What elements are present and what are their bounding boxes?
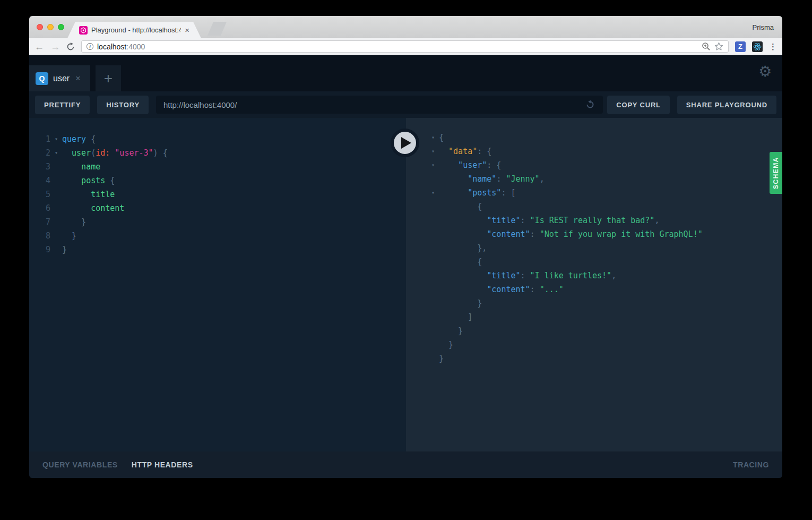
- code-text: "content": "Not if you wrap it with Grap…: [439, 227, 703, 241]
- fold-gutter: [427, 324, 439, 338]
- code-line: ▾{: [406, 131, 782, 144]
- fold-gutter: [427, 172, 439, 186]
- zoom-icon[interactable]: [702, 42, 711, 51]
- code-text: }: [439, 296, 482, 310]
- fold-arrow-icon[interactable]: ▾: [50, 132, 62, 146]
- code-line: {: [406, 255, 782, 269]
- fold-gutter: [427, 241, 439, 255]
- fold-arrow-icon[interactable]: ▾: [50, 146, 62, 160]
- http-headers-tab[interactable]: HTTP HEADERS: [132, 461, 193, 469]
- site-info-icon[interactable]: i: [87, 43, 93, 50]
- browser-tab[interactable]: Playground - http://localhost:4 ×: [67, 22, 201, 38]
- code-text: {: [439, 255, 482, 269]
- code-line: },: [406, 241, 782, 255]
- tracing-tab[interactable]: TRACING: [733, 461, 769, 469]
- code-line: }: [406, 352, 782, 365]
- fold-gutter: [427, 338, 439, 352]
- fold-arrow-icon[interactable]: ▾: [427, 144, 439, 158]
- code-line: 7 }: [29, 215, 406, 229]
- maximize-window-button[interactable]: [58, 24, 64, 30]
- url-port: :4000: [126, 42, 145, 51]
- fold-gutter: [427, 269, 439, 283]
- session-tab-user[interactable]: Q user ×: [29, 65, 90, 91]
- prettify-button[interactable]: PRETTIFY: [35, 96, 90, 114]
- code-text: user(id: "user-3") {: [62, 146, 168, 160]
- fold-gutter: [50, 243, 62, 257]
- browser-profile-name[interactable]: Prisma: [753, 16, 774, 38]
- code-text: "content": "...": [439, 283, 564, 296]
- browser-titlebar: Playground - http://localhost:4 × Prisma: [29, 16, 782, 38]
- browser-menu-icon[interactable]: ⋮: [769, 42, 777, 52]
- fold-gutter: [50, 174, 62, 187]
- query-editor[interactable]: 1▾query {2▾ user(id: "user-3") {3 name4 …: [29, 118, 406, 451]
- new-tab-button[interactable]: [208, 22, 227, 36]
- code-line: 5 title: [29, 187, 406, 201]
- fold-gutter: [427, 214, 439, 227]
- playground-footer: QUERY VARIABLES HTTP HEADERS TRACING: [29, 451, 782, 478]
- code-text: "title": "I like turtles!",: [439, 269, 616, 283]
- code-line: }: [406, 324, 782, 338]
- forward-icon[interactable]: →: [50, 42, 60, 52]
- settings-gear-icon[interactable]: ⚙: [758, 64, 772, 79]
- code-line: ▾ "posts": [: [406, 186, 782, 200]
- line-number: 3: [29, 160, 50, 174]
- code-line: "name": "Jenny",: [406, 172, 782, 186]
- execute-query-button[interactable]: [391, 129, 419, 157]
- share-playground-button[interactable]: SHARE PLAYGROUND: [677, 96, 776, 114]
- code-text: "data": {: [439, 144, 491, 158]
- browser-tab-title: Playground - http://localhost:4: [91, 26, 181, 34]
- close-window-button[interactable]: [37, 24, 43, 30]
- fold-gutter: [427, 200, 439, 214]
- code-text: "user": {: [439, 158, 501, 172]
- code-text: title: [62, 187, 115, 201]
- code-text: }: [439, 352, 444, 365]
- z-extension-icon[interactable]: Z: [735, 41, 746, 52]
- play-icon: [401, 137, 411, 149]
- response-viewer: ▾{▾ "data": {▾ "user": { "name": "Jenny"…: [406, 118, 782, 451]
- code-line: "title": "Is REST really that bad?",: [406, 214, 782, 227]
- code-text: "title": "Is REST really that bad?",: [439, 214, 659, 227]
- fold-gutter: [427, 227, 439, 241]
- code-line: }: [406, 338, 782, 352]
- reload-schema-icon[interactable]: [585, 99, 595, 110]
- code-text: }: [62, 215, 86, 229]
- react-devtools-extension-icon[interactable]: [752, 41, 763, 52]
- fold-arrow-icon[interactable]: ▾: [427, 158, 439, 172]
- code-line: ▾ "data": {: [406, 144, 782, 158]
- line-number: 5: [29, 187, 50, 201]
- code-line: 3 name: [29, 160, 406, 174]
- code-text: ]: [439, 310, 472, 324]
- fold-gutter: [50, 187, 62, 201]
- tab-close-icon[interactable]: ×: [185, 26, 189, 34]
- reload-icon[interactable]: [66, 42, 75, 51]
- schema-sidebar-tab[interactable]: SCHEMA: [770, 152, 782, 194]
- code-text: }: [439, 324, 463, 338]
- add-session-button[interactable]: +: [96, 65, 121, 91]
- fold-arrow-icon[interactable]: ▾: [427, 131, 439, 144]
- query-variables-tab[interactable]: QUERY VARIABLES: [42, 461, 118, 469]
- session-close-icon[interactable]: ×: [75, 74, 80, 83]
- editor-area: 1▾query {2▾ user(id: "user-3") {3 name4 …: [29, 118, 782, 451]
- endpoint-url-input[interactable]: http://localhost:4000/: [156, 96, 603, 114]
- bookmark-star-icon[interactable]: [714, 42, 723, 51]
- history-button[interactable]: HISTORY: [97, 96, 149, 114]
- code-text: }: [62, 229, 76, 243]
- browser-window: Playground - http://localhost:4 × Prisma…: [29, 16, 782, 478]
- back-icon[interactable]: ←: [34, 42, 44, 52]
- fold-gutter: [427, 283, 439, 296]
- url-host: localhost: [97, 42, 126, 51]
- code-text: {: [439, 131, 444, 144]
- url-omnibox[interactable]: i localhost :4000: [81, 40, 729, 53]
- fold-arrow-icon[interactable]: ▾: [427, 186, 439, 200]
- copy-curl-button[interactable]: COPY CURL: [607, 96, 670, 114]
- fold-gutter: [50, 160, 62, 174]
- code-line: 2▾ user(id: "user-3") {: [29, 146, 406, 160]
- minimize-window-button[interactable]: [47, 24, 54, 30]
- code-line: 4 posts {: [29, 174, 406, 187]
- session-tab-bar: Q user × + ⚙: [29, 55, 782, 91]
- graphql-playground: Q user × + ⚙ PRETTIFY HISTORY http://loc…: [29, 55, 782, 478]
- fold-gutter: [50, 215, 62, 229]
- fold-gutter: [50, 229, 62, 243]
- window-controls: [37, 24, 64, 30]
- code-line: 8 }: [29, 229, 406, 243]
